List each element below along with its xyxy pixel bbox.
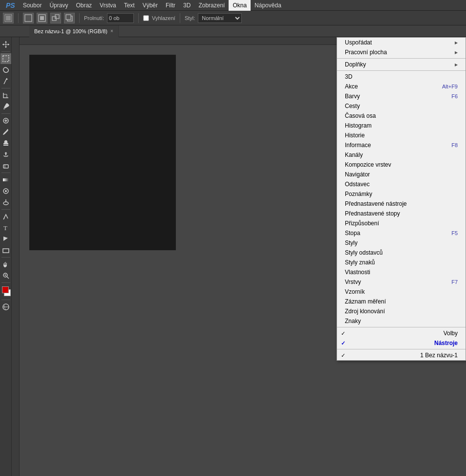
tool-crop[interactable] xyxy=(0,90,11,101)
tool-eraser[interactable] xyxy=(0,160,11,171)
prolnuti-input[interactable] xyxy=(107,13,134,23)
menu-zobrazeni[interactable]: Zobrazení xyxy=(194,0,229,11)
menu-item-informace[interactable]: Informace F8 xyxy=(337,140,466,150)
add-selection-btn[interactable] xyxy=(50,13,61,23)
menu-item-vzornik[interactable]: Vzorník xyxy=(337,287,466,297)
menu-item-cesty[interactable]: Cesty xyxy=(337,101,466,111)
menu-item-shortcut: F8 xyxy=(451,142,458,148)
tool-stamp[interactable] xyxy=(0,138,11,149)
menu-item-usporadat[interactable]: Uspořádat xyxy=(337,38,466,47)
menu-soubor[interactable]: Soubor xyxy=(19,0,46,11)
tool-healing[interactable] xyxy=(0,115,11,126)
menu-napoveda[interactable]: Nápověda xyxy=(251,0,285,11)
menu-item-poznamky[interactable]: Poznámky xyxy=(337,189,466,199)
menu-3d[interactable]: 3D xyxy=(179,0,194,11)
tool-text[interactable]: T xyxy=(0,222,11,233)
menu-text[interactable]: Text xyxy=(120,0,139,11)
menu-item-label: Doplňky xyxy=(345,61,366,68)
ruler-vertical xyxy=(12,37,20,476)
menu-item-kompozice-vrstev[interactable]: Kompozice vrstev xyxy=(337,160,466,170)
color-picker[interactable] xyxy=(1,286,11,296)
menu-item-barvy[interactable]: Barvy F6 xyxy=(337,91,466,101)
menu-item-label: Navigátor xyxy=(345,171,370,178)
vyhlazeni-checkbox[interactable] xyxy=(143,15,149,21)
tool-hand[interactable] xyxy=(0,259,11,270)
menu-item-doplnky[interactable]: Doplňky xyxy=(337,60,466,69)
svg-rect-8 xyxy=(66,15,71,20)
tool-eyedropper[interactable] xyxy=(0,101,11,112)
menu-item-navigator[interactable]: Navigátor xyxy=(337,170,466,179)
menu-item-casova-osa[interactable]: Časová osa xyxy=(337,111,466,121)
tool-gradient[interactable] xyxy=(0,174,11,185)
menu-item-label: Informace xyxy=(345,142,371,149)
tool-blur[interactable] xyxy=(0,186,11,196)
app-logo: PS xyxy=(2,0,19,10)
tool-path-select[interactable] xyxy=(0,234,11,244)
menu-item-stopa[interactable]: Stopa F5 xyxy=(337,228,466,238)
rect-fixed-btn[interactable] xyxy=(37,13,47,23)
menu-item-label: Kompozice vrstev xyxy=(345,161,391,168)
svg-rect-2 xyxy=(25,15,32,22)
menu-item-znaky[interactable]: Znaky xyxy=(337,316,466,326)
tool-zoom[interactable] xyxy=(0,270,11,281)
svg-rect-14 xyxy=(3,108,5,109)
menu-item-historie[interactable]: Historie xyxy=(337,130,466,140)
tool-sep-7 xyxy=(1,282,10,283)
menu-item-label: Poznámky xyxy=(345,191,372,197)
menu-item-3d[interactable]: 3D xyxy=(337,72,466,82)
menu-item-vrstvy[interactable]: Vrstvy F7 xyxy=(337,277,466,287)
menu-item-histogram[interactable]: Histogram xyxy=(337,121,466,130)
tool-shape[interactable] xyxy=(0,245,11,256)
menu-filtr[interactable]: Filtr xyxy=(162,0,179,11)
menu-item-styly-odstavcu[interactable]: Styly odstavců xyxy=(337,248,466,258)
menu-item-zaznam-mereni[interactable]: Záznam měření xyxy=(337,297,466,306)
menu-okna[interactable]: Okna xyxy=(229,0,251,11)
menu-upravy[interactable]: Úpravy xyxy=(45,0,72,11)
main-layout: T xyxy=(0,37,466,476)
tool-lasso[interactable] xyxy=(0,65,11,75)
menu-item-zdroj-klonovani[interactable]: Zdroj klonování xyxy=(337,306,466,316)
menu-item-label: Stopa xyxy=(345,230,360,237)
menu-item-prednastavene-stopy[interactable]: Přednastavené stopy xyxy=(337,209,466,218)
menu-item-prednastavene-nastroje[interactable]: Přednastavené nástroje xyxy=(337,199,466,209)
menu-item-label: Kanály xyxy=(345,151,363,158)
menu-item-vlastnosti[interactable]: Vlastnosti xyxy=(337,267,466,277)
tool-move[interactable] xyxy=(0,39,11,50)
tool-brush[interactable] xyxy=(0,127,11,137)
tool-history-brush[interactable] xyxy=(0,149,11,160)
menu-item-odstavec[interactable]: Odstavec xyxy=(337,179,466,189)
tool-dodge[interactable] xyxy=(0,197,11,208)
document-tab[interactable]: Bez názvu-1 @ 100% (RGB/8) × xyxy=(29,25,119,37)
tool-pen[interactable] xyxy=(0,211,11,222)
svg-rect-27 xyxy=(3,249,9,253)
menu-item-pracovni-plocha[interactable]: Pracovní plocha xyxy=(337,47,466,57)
rect-marquee-btn[interactable] xyxy=(23,13,34,23)
canvas-document[interactable] xyxy=(29,55,176,250)
menu-item-nastroje[interactable]: Nástroje xyxy=(337,338,466,348)
tool-rect-select[interactable] xyxy=(0,53,11,64)
menu-item-prizpusobeni[interactable]: Přizpůsobení xyxy=(337,218,466,228)
menu-item-label: Styly znaků xyxy=(345,259,375,266)
menu-item-akce[interactable]: Akce Alt+F9 xyxy=(337,82,466,91)
menu-obraz[interactable]: Obraz xyxy=(72,0,96,11)
menu-vyber[interactable]: Výběr xyxy=(139,0,162,11)
menu-item-styly[interactable]: Styly xyxy=(337,238,466,248)
svg-rect-11 xyxy=(3,56,9,62)
menu-item-label: Záznam měření xyxy=(345,298,386,305)
menu-item-label: Akce xyxy=(345,83,358,90)
menu-item-kanaly[interactable]: Kanály xyxy=(337,150,466,160)
svg-text:T: T xyxy=(3,224,7,232)
prolnuti-label: Prolnutí: xyxy=(84,15,104,21)
tool-3d-rotate[interactable] xyxy=(0,302,11,312)
tab-close-btn[interactable]: × xyxy=(110,28,113,34)
tool-magic-wand[interactable] xyxy=(0,76,11,87)
menu-item-bez-nazvu-1[interactable]: 1 Bez názvu-1 xyxy=(337,350,466,360)
menu-vrstva[interactable]: Vrstva xyxy=(96,0,120,11)
subtract-selection-btn[interactable] xyxy=(64,13,75,23)
menu-item-shortcut: F6 xyxy=(451,93,458,99)
tool-preset-picker[interactable] xyxy=(3,13,14,23)
menu-item-volby[interactable]: Volby xyxy=(337,328,466,338)
menu-item-styly-znaku[interactable]: Styly znaků xyxy=(337,258,466,267)
menu-item-label: Časová osa xyxy=(345,112,376,119)
styl-select[interactable]: Normální xyxy=(198,13,242,23)
